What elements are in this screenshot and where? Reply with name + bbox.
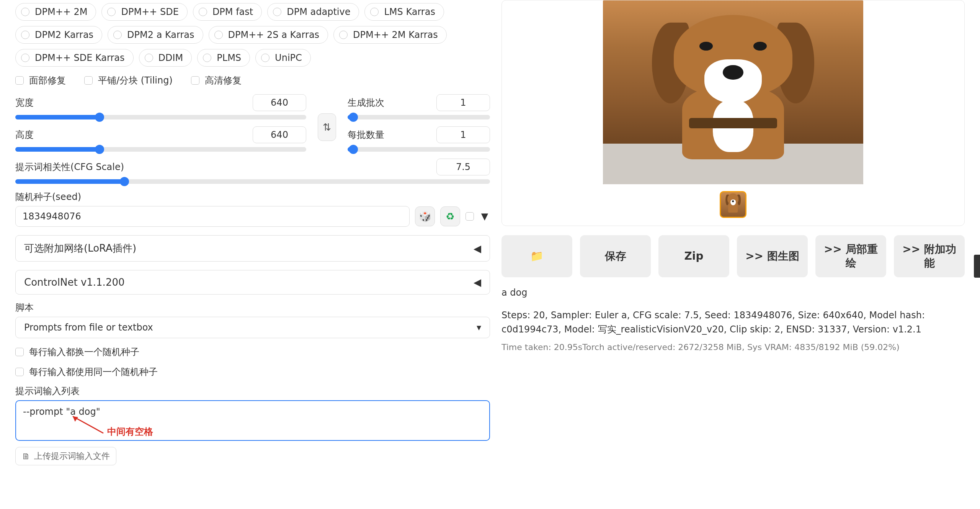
svg-line-0 xyxy=(73,416,103,433)
recycle-icon: ♻ xyxy=(446,211,454,222)
hires-label: 高清修复 xyxy=(205,74,242,87)
sampler-label: LMS Karras xyxy=(384,7,435,17)
folder-icon: 📁 xyxy=(530,249,544,263)
cfg-slider[interactable] xyxy=(15,179,490,184)
radio-icon xyxy=(214,31,223,39)
batch-size-input[interactable] xyxy=(436,126,490,143)
sampler-radio[interactable]: UniPC xyxy=(255,49,311,67)
hires-check[interactable]: 高清修复 xyxy=(191,74,242,87)
face-restore-check[interactable]: 面部修复 xyxy=(15,74,66,87)
sampler-radio[interactable]: DPM2 Karras xyxy=(15,26,102,44)
radio-icon xyxy=(107,8,116,16)
controlnet-accordion[interactable]: ControlNet v1.1.200 ◀ xyxy=(15,270,490,295)
batch-size-slider[interactable] xyxy=(348,147,490,152)
prompt-list-label: 提示词输入列表 xyxy=(15,385,490,397)
tiling-check[interactable]: 平铺/分块 (Tiling) xyxy=(84,74,173,87)
sampler-label: DPM++ SDE xyxy=(121,7,178,17)
height-input[interactable] xyxy=(253,126,306,143)
batch-count-input[interactable] xyxy=(436,94,490,111)
checkbox-icon xyxy=(15,348,24,356)
batch-size-block: 每批数量 xyxy=(348,126,490,152)
controlnet-label: ControlNet v1.1.200 xyxy=(24,277,125,288)
swap-icon: ⇅ xyxy=(323,121,331,133)
postprocess-checks: 面部修复 平铺/分块 (Tiling) 高清修复 xyxy=(15,74,490,87)
radio-icon xyxy=(21,54,29,62)
seed-extra-toggle[interactable]: ▼ xyxy=(479,211,490,222)
sampler-radio[interactable]: DPM++ 2M Karras xyxy=(333,26,447,44)
random-seed-button[interactable]: 🎲 xyxy=(415,206,435,226)
sampler-radio[interactable]: DDIM xyxy=(139,49,192,67)
side-drawer-handle[interactable] xyxy=(974,255,980,278)
radio-icon xyxy=(113,31,122,39)
iterate-seed-check[interactable]: 每行输入都换一个随机种子 xyxy=(15,346,490,358)
batch-count-slider[interactable] xyxy=(348,115,490,119)
radio-icon xyxy=(21,8,29,16)
annotation-arrow-icon xyxy=(69,414,107,437)
sampler-group: DPM++ 2MDPM++ SDEDPM fastDPM adaptiveLMS… xyxy=(15,3,490,67)
zip-button[interactable]: Zip xyxy=(658,235,729,277)
batch-size-label: 每批数量 xyxy=(348,129,384,141)
file-icon: 🗎 xyxy=(22,452,30,461)
caret-down-icon: ▾ xyxy=(477,322,481,333)
checkbox-icon xyxy=(466,212,474,221)
sampler-radio[interactable]: LMS Karras xyxy=(364,3,444,21)
width-input[interactable] xyxy=(253,94,306,111)
radio-icon xyxy=(261,54,270,62)
sampler-radio[interactable]: DPM adaptive xyxy=(267,3,359,21)
same-seed-check[interactable]: 每行输入都使用同一个随机种子 xyxy=(15,366,490,378)
send-img2img-button[interactable]: >> 图生图 xyxy=(737,235,808,277)
width-label: 宽度 xyxy=(15,97,34,109)
sampler-radio[interactable]: PLMS xyxy=(197,49,250,67)
sampler-label: UniPC xyxy=(275,52,302,63)
height-slider[interactable] xyxy=(15,147,306,152)
cfg-label: 提示词相关性(CFG Scale) xyxy=(15,161,124,173)
checkbox-icon xyxy=(191,76,199,85)
checkbox-icon xyxy=(84,76,93,85)
sampler-radio[interactable]: DPM2 a Karras xyxy=(108,26,203,44)
sampler-label: DPM++ 2S a Karras xyxy=(228,29,320,40)
annotation-text: 中间有空格 xyxy=(107,426,153,438)
checkbox-icon xyxy=(15,76,24,85)
sampler-radio[interactable]: DPM++ 2M xyxy=(15,3,96,21)
width-slider[interactable] xyxy=(15,115,306,119)
open-folder-button[interactable]: 📁 xyxy=(501,235,572,277)
extra-seed-check[interactable] xyxy=(466,212,474,221)
sampler-radio[interactable]: DPM++ SDE Karras xyxy=(15,49,134,67)
upload-prompts-button[interactable]: 🗎上传提示词输入文件 xyxy=(15,447,116,465)
sampler-label: DPM fast xyxy=(212,7,253,17)
output-thumbnail[interactable] xyxy=(720,191,746,218)
height-label: 高度 xyxy=(15,129,34,141)
send-inpaint-button[interactable]: >> 局部重绘 xyxy=(815,235,886,277)
radio-icon xyxy=(339,31,348,39)
sampler-radio[interactable]: DPM fast xyxy=(193,3,262,21)
radio-icon xyxy=(203,54,211,62)
script-value: Prompts from file or textbox xyxy=(24,322,153,333)
upload-prompts-label: 上传提示词输入文件 xyxy=(34,450,110,462)
triangle-left-icon: ◀ xyxy=(474,243,481,254)
send-extras-button[interactable]: >> 附加功能 xyxy=(894,235,965,277)
result-timing: Time taken: 20.95sTorch active/reserved:… xyxy=(501,342,965,352)
lora-label: 可选附加网络(LoRA插件) xyxy=(24,242,136,255)
height-block: 高度 xyxy=(15,126,306,152)
radio-icon xyxy=(370,8,379,16)
output-image[interactable] xyxy=(603,0,863,184)
tiling-label: 平铺/分块 (Tiling) xyxy=(98,74,173,87)
script-select[interactable]: Prompts from file or textbox ▾ xyxy=(15,317,490,338)
cfg-input[interactable] xyxy=(436,159,490,175)
same-seed-label: 每行输入都使用同一个随机种子 xyxy=(29,366,158,378)
sampler-radio[interactable]: DPM++ SDE xyxy=(101,3,187,21)
sampler-label: DPM2 Karras xyxy=(35,29,93,40)
radio-icon xyxy=(199,8,207,16)
face-restore-label: 面部修复 xyxy=(29,74,66,87)
sampler-radio[interactable]: DPM++ 2S a Karras xyxy=(209,26,328,44)
reuse-seed-button[interactable]: ♻ xyxy=(440,206,460,226)
script-label: 脚本 xyxy=(15,301,490,314)
sampler-label: DPM adaptive xyxy=(287,7,350,17)
lora-accordion[interactable]: 可选附加网络(LoRA插件) ◀ xyxy=(15,235,490,262)
swap-dims-button[interactable]: ⇅ xyxy=(318,113,336,141)
sampler-label: DPM2 a Karras xyxy=(127,29,194,40)
output-gallery xyxy=(501,0,965,226)
result-params: Steps: 20, Sampler: Euler a, CFG scale: … xyxy=(501,308,965,337)
seed-input[interactable] xyxy=(15,206,410,227)
save-button[interactable]: 保存 xyxy=(580,235,651,277)
